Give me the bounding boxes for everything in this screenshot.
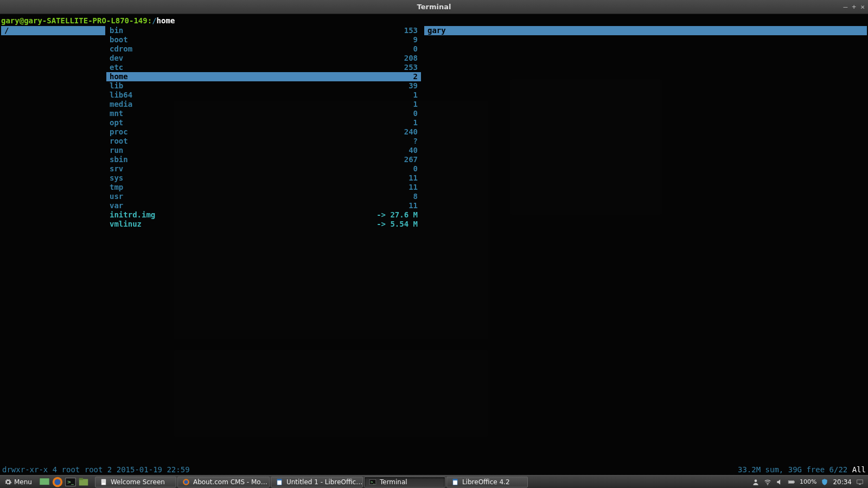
list-item[interactable]: vmlinuz-> 5.54 M [106, 220, 421, 229]
list-item[interactable]: opt1 [106, 118, 421, 127]
list-item[interactable]: / [1, 26, 105, 35]
svg-rect-24 [857, 479, 863, 483]
item-info: 11 [409, 201, 418, 210]
firefox-icon[interactable] [52, 477, 63, 487]
taskbar-task[interactable]: Untitled 1 - LibreOffic… [271, 477, 363, 487]
clock[interactable]: 20:34 [833, 478, 852, 486]
item-name: dev [110, 54, 123, 63]
writer-icon [451, 478, 459, 486]
svg-rect-8 [102, 480, 105, 480]
item-info: 1 [413, 118, 418, 127]
item-info: 11 [409, 183, 418, 192]
svg-rect-6 [79, 478, 83, 480]
item-name: opt [110, 118, 123, 127]
doc-icon [100, 478, 107, 486]
display-icon[interactable] [856, 478, 864, 486]
terminal-body[interactable]: gary@gary-SATELLITE-PRO-L870-149:/home /… [0, 14, 868, 475]
taskbar-task[interactable]: About.com CMS - Mo… [177, 477, 270, 487]
svg-rect-18 [453, 479, 457, 480]
list-item[interactable]: usr8 [106, 192, 421, 201]
item-name: run [110, 146, 123, 155]
item-name: gary [427, 26, 446, 35]
svg-rect-10 [102, 482, 105, 483]
close-button[interactable]: × [860, 3, 865, 11]
list-item[interactable]: gary [424, 26, 867, 35]
list-item[interactable]: media1 [106, 100, 421, 109]
item-info: 153 [404, 26, 418, 35]
svg-text:>_: >_ [371, 480, 375, 484]
item-info: 9 [413, 35, 418, 44]
ranger-path: gary@gary-SATELLITE-PRO-L870-149:/home [1, 16, 175, 25]
svg-rect-14 [277, 479, 282, 480]
terminal-icon[interactable]: >_ [65, 477, 76, 487]
list-item[interactable]: lib39 [106, 81, 421, 91]
item-info: 0 [413, 164, 418, 174]
list-item[interactable]: mnt0 [106, 109, 421, 118]
svg-point-20 [767, 484, 768, 485]
list-item[interactable]: proc240 [106, 127, 421, 137]
item-info: 1 [413, 100, 418, 109]
maximize-button[interactable]: + [852, 3, 856, 11]
status-right: 33.2M sum, 39G free 6/22 All [738, 465, 866, 475]
window-title: Terminal [0, 3, 868, 11]
list-item[interactable]: initrd.img-> 27.6 M [106, 210, 421, 220]
menu-button[interactable]: Menu [0, 476, 36, 488]
volume-icon[interactable] [776, 478, 783, 486]
item-name: bin [110, 26, 123, 35]
terminal-icon: >_ [369, 478, 376, 486]
network-icon[interactable] [764, 478, 771, 486]
item-info: 240 [404, 127, 418, 137]
item-name: lib64 [110, 91, 132, 100]
item-name: root [110, 137, 128, 146]
taskbar-task[interactable]: LibreOffice 4.2 [446, 477, 528, 487]
item-name: srv [110, 164, 123, 174]
list-item[interactable]: dev208 [106, 54, 421, 63]
minimize-button[interactable]: — [844, 3, 848, 11]
item-info: 267 [404, 155, 418, 164]
panel: Menu >_ Welcome ScreenAbout.com CMS - Mo… [0, 475, 868, 488]
ranger-main-column[interactable]: bin153boot9cdrom0dev208etc253home2lib39l… [106, 26, 421, 229]
titlebar[interactable]: Terminal — + × [0, 0, 868, 14]
list-item[interactable]: root? [106, 137, 421, 146]
battery-icon[interactable] [788, 478, 795, 486]
item-info: ? [413, 137, 418, 146]
taskbar-windows: Welcome ScreenAbout.com CMS - Mo…Untitle… [95, 477, 528, 487]
list-item[interactable]: sbin267 [106, 155, 421, 164]
show-desktop-icon[interactable] [39, 477, 50, 487]
svg-rect-23 [789, 481, 794, 483]
list-item[interactable]: tmp11 [106, 183, 421, 192]
item-name: boot [110, 35, 128, 44]
path-current: home [157, 16, 175, 25]
shield-icon[interactable] [821, 478, 828, 486]
list-item[interactable]: cdrom0 [106, 44, 421, 54]
item-info: -> 27.6 M [376, 210, 418, 220]
ranger-child-column[interactable]: gary [424, 26, 867, 35]
list-item[interactable]: home2 [106, 72, 421, 81]
list-item[interactable]: run40 [106, 146, 421, 155]
list-item[interactable]: bin153 [106, 26, 421, 35]
svg-rect-25 [859, 484, 861, 484]
item-name: usr [110, 192, 123, 201]
item-info: 0 [413, 109, 418, 118]
item-name: var [110, 201, 123, 210]
taskbar-task[interactable]: Welcome Screen [95, 477, 176, 487]
list-item[interactable]: var11 [106, 201, 421, 210]
list-item[interactable]: sys11 [106, 174, 421, 183]
terminal-window: Terminal — + × gary@gary-SATELLITE-PRO-L… [0, 0, 868, 475]
list-item[interactable]: srv0 [106, 164, 421, 174]
ranger-parent-column[interactable]: / [1, 26, 105, 35]
item-name: sys [110, 174, 123, 183]
user-icon[interactable] [752, 478, 760, 486]
list-item[interactable]: lib641 [106, 91, 421, 100]
menu-label: Menu [14, 478, 32, 486]
list-item[interactable]: boot9 [106, 35, 421, 44]
files-icon[interactable] [78, 477, 90, 487]
status-left: drwxr-xr-x 4 root root 2 2015-01-19 22:5… [2, 465, 190, 475]
list-item[interactable]: etc253 [106, 63, 421, 72]
task-label: LibreOffice 4.2 [462, 478, 510, 486]
item-name: mnt [110, 109, 123, 118]
ranger-statusbar: drwxr-xr-x 4 root root 2 2015-01-19 22:5… [0, 465, 868, 475]
taskbar-task[interactable]: >_Terminal [364, 477, 445, 487]
item-name: etc [110, 63, 123, 72]
item-name: vmlinuz [110, 220, 142, 229]
